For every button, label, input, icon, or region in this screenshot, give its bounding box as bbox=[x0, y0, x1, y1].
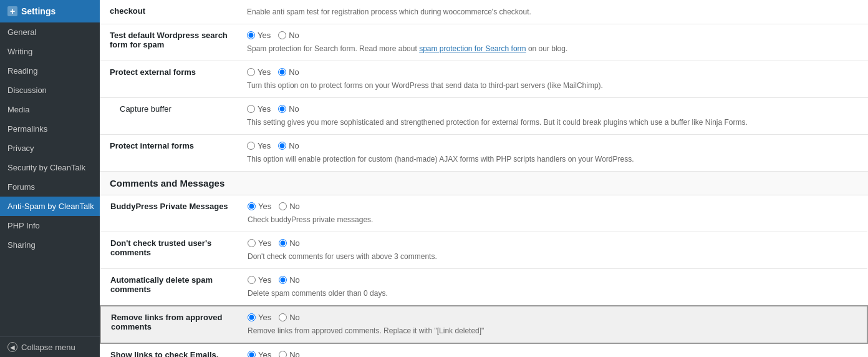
radio-no-show-links[interactable] bbox=[279, 351, 287, 357]
settings-table: checkout Enable anti spam test for regis… bbox=[100, 0, 868, 172]
sidebar-header[interactable]: + Settings bbox=[0, 0, 100, 22]
sidebar-item-writing[interactable]: Writing bbox=[0, 42, 100, 61]
table-row-highlighted: Remove links from approved comments Yes … bbox=[100, 306, 867, 343]
row-content-show-links: Yes No Shows little icon near IP address… bbox=[238, 343, 867, 357]
radio-label-yes-search[interactable]: Yes bbox=[247, 31, 271, 40]
radio-label-no-auto-delete[interactable]: No bbox=[279, 275, 300, 285]
table-row: Protect external forms Yes No Turn this … bbox=[100, 61, 868, 98]
radio-yes-capture[interactable] bbox=[247, 105, 255, 113]
collapse-label: Collapse menu bbox=[21, 343, 75, 352]
row-label-buddypress: BuddyPress Private Messages bbox=[100, 195, 238, 232]
radio-label-yes-remove-links[interactable]: Yes bbox=[248, 313, 271, 322]
sidebar-header-label: Settings bbox=[21, 6, 55, 16]
radio-label-no-capture[interactable]: No bbox=[278, 104, 299, 114]
plus-icon: + bbox=[7, 6, 17, 16]
sidebar-item-general[interactable]: General bbox=[0, 22, 100, 42]
radio-label-no-trusted[interactable]: No bbox=[279, 238, 300, 248]
comments-section-header: Comments and Messages bbox=[100, 172, 868, 195]
row-desc-buddypress: Check buddyPress private messages. bbox=[248, 214, 857, 225]
row-content-internal-forms: Yes No This option will enable protectio… bbox=[237, 135, 868, 172]
radio-no-internal[interactable] bbox=[278, 142, 286, 150]
collapse-menu-button[interactable]: ◀ Collapse menu bbox=[0, 336, 100, 357]
radio-no-remove-links[interactable] bbox=[279, 313, 287, 321]
radio-yes-external[interactable] bbox=[247, 68, 255, 76]
radio-label-yes-internal[interactable]: Yes bbox=[247, 141, 271, 150]
radio-label-yes-show-links[interactable]: Yes bbox=[248, 350, 271, 357]
radio-label-yes-external[interactable]: Yes bbox=[247, 67, 271, 77]
row-label-internal-forms: Protect internal forms bbox=[100, 135, 237, 172]
radio-label-yes-trusted[interactable]: Yes bbox=[248, 238, 271, 248]
row-desc-capture: This setting gives you more sophisticate… bbox=[247, 117, 858, 128]
sidebar-item-antispam[interactable]: Anti-Spam by CleanTalk bbox=[0, 197, 100, 216]
row-label-auto-delete: Automatically delete spam comments bbox=[100, 269, 238, 306]
radio-no-external[interactable] bbox=[278, 68, 286, 76]
yes-label-auto-delete: Yes bbox=[258, 275, 271, 285]
sidebar-item-discussion[interactable]: Discussion bbox=[0, 81, 100, 100]
row-content-remove-links: Yes No Remove links from approved commen… bbox=[238, 306, 867, 343]
radio-group-internal-forms: Yes No bbox=[247, 141, 858, 150]
row-label-external-forms: Protect external forms bbox=[100, 61, 237, 98]
yes-label-external: Yes bbox=[258, 67, 271, 77]
sidebar-item-permalinks[interactable]: Permalinks bbox=[0, 119, 100, 139]
table-row: Don't check trusted user's comments Yes … bbox=[100, 232, 867, 269]
comments-table: BuddyPress Private Messages Yes No Check… bbox=[100, 195, 868, 357]
table-row: Capture buffer Yes No This setting gives… bbox=[100, 98, 868, 135]
row-label-search: Test default Wordpress search form for s… bbox=[100, 24, 237, 61]
yes-label-show-links: Yes bbox=[258, 350, 271, 357]
radio-group-show-links: Yes No bbox=[248, 350, 857, 357]
desc-text-search: Spam protection for Search form. Read mo… bbox=[247, 44, 419, 53]
radio-yes-remove-links[interactable] bbox=[248, 313, 256, 321]
table-row: checkout Enable anti spam test for regis… bbox=[100, 0, 868, 24]
radio-label-yes-capture[interactable]: Yes bbox=[247, 104, 271, 114]
no-label-search: No bbox=[289, 31, 299, 40]
radio-label-no-search[interactable]: No bbox=[278, 31, 299, 40]
radio-yes-internal[interactable] bbox=[247, 142, 255, 150]
sidebar-item-phpinfo[interactable]: PHP Info bbox=[0, 216, 100, 235]
radio-no-trusted[interactable] bbox=[279, 239, 287, 247]
row-content-checkout: Enable anti spam test for registration p… bbox=[237, 0, 868, 24]
row-desc-internal-forms: This option will enable protection for c… bbox=[247, 154, 858, 165]
radio-label-no-remove-links[interactable]: No bbox=[279, 313, 300, 322]
no-label-show-links: No bbox=[289, 350, 300, 357]
yes-label-trusted: Yes bbox=[258, 238, 271, 248]
radio-no-auto-delete[interactable] bbox=[279, 276, 287, 284]
row-label-remove-links: Remove links from approved comments bbox=[100, 306, 238, 343]
radio-yes-auto-delete[interactable] bbox=[248, 276, 256, 284]
yes-label-buddypress: Yes bbox=[258, 202, 271, 211]
row-content-external-forms: Yes No Turn this option on to protect fo… bbox=[237, 61, 868, 98]
radio-yes-buddypress[interactable] bbox=[248, 202, 256, 210]
radio-label-yes-buddypress[interactable]: Yes bbox=[248, 202, 271, 211]
radio-group-external-forms: Yes No bbox=[247, 67, 858, 77]
radio-group-auto-delete: Yes No bbox=[248, 275, 857, 285]
sidebar-item-sharing[interactable]: Sharing bbox=[0, 235, 100, 255]
radio-label-no-show-links[interactable]: No bbox=[279, 350, 300, 357]
row-label-trusted: Don't check trusted user's comments bbox=[100, 232, 238, 269]
radio-label-no-external[interactable]: No bbox=[278, 67, 299, 77]
radio-yes-trusted[interactable] bbox=[248, 239, 256, 247]
radio-no-buddypress[interactable] bbox=[279, 202, 287, 210]
radio-yes-show-links[interactable] bbox=[248, 351, 256, 357]
spam-protection-link[interactable]: spam protection for Search form bbox=[419, 44, 526, 53]
radio-label-no-buddypress[interactable]: No bbox=[279, 202, 300, 211]
main-content: checkout Enable anti spam test for regis… bbox=[100, 0, 868, 357]
no-label-buddypress: No bbox=[289, 202, 300, 211]
radio-label-no-internal[interactable]: No bbox=[278, 141, 299, 150]
radio-group-trusted: Yes No bbox=[248, 238, 857, 248]
table-row: Test default Wordpress search form for s… bbox=[100, 24, 868, 61]
radio-no-capture[interactable] bbox=[278, 105, 286, 113]
no-label-auto-delete: No bbox=[289, 275, 300, 285]
row-content-auto-delete: Yes No Delete spam comments older than 0… bbox=[238, 269, 867, 306]
radio-no-search[interactable] bbox=[278, 31, 286, 39]
row-desc-auto-delete: Delete spam comments older than 0 days. bbox=[248, 288, 857, 299]
no-label-capture: No bbox=[289, 104, 299, 114]
radio-label-yes-auto-delete[interactable]: Yes bbox=[248, 275, 271, 285]
sidebar-item-privacy[interactable]: Privacy bbox=[0, 139, 100, 158]
sidebar-item-forums[interactable]: Forums bbox=[0, 177, 100, 197]
sidebar-item-security[interactable]: Security by CleanTalk bbox=[0, 158, 100, 177]
yes-label-search: Yes bbox=[258, 31, 271, 40]
radio-group-capture: Yes No bbox=[247, 104, 858, 114]
sidebar-item-reading[interactable]: Reading bbox=[0, 61, 100, 81]
table-row: Automatically delete spam comments Yes N… bbox=[100, 269, 867, 306]
sidebar-item-media[interactable]: Media bbox=[0, 100, 100, 119]
radio-yes-search[interactable] bbox=[247, 31, 255, 39]
